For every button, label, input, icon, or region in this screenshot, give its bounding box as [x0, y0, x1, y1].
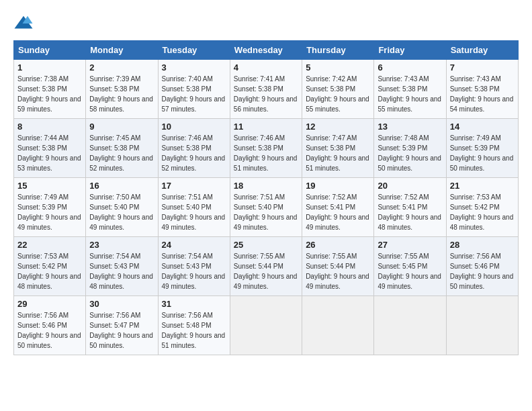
calendar-day-cell: 28 Sunrise: 7:56 AM Sunset: 5:46 PM Dayl… [446, 237, 518, 296]
day-number: 17 [162, 181, 226, 191]
day-number: 12 [306, 122, 370, 132]
calendar-week-row: 29 Sunrise: 7:56 AM Sunset: 5:46 PM Dayl… [14, 296, 519, 355]
calendar-day-cell: 16 Sunrise: 7:50 AM Sunset: 5:40 PM Dayl… [86, 178, 158, 237]
day-number: 5 [306, 62, 370, 73]
day-info: Sunrise: 7:55 AM Sunset: 5:45 PM Dayligh… [378, 251, 442, 291]
day-info: Sunrise: 7:55 AM Sunset: 5:44 PM Dayligh… [306, 251, 370, 291]
calendar-day-cell: 13 Sunrise: 7:48 AM Sunset: 5:39 PM Dayl… [374, 119, 446, 178]
day-number: 16 [89, 181, 154, 191]
day-info: Sunrise: 7:49 AM Sunset: 5:39 PM Dayligh… [450, 133, 515, 173]
day-info: Sunrise: 7:52 AM Sunset: 5:41 PM Dayligh… [378, 192, 442, 232]
calendar-day-cell: 29 Sunrise: 7:56 AM Sunset: 5:46 PM Dayl… [14, 296, 86, 355]
calendar-day-cell: 8 Sunrise: 7:44 AM Sunset: 5:38 PM Dayli… [14, 119, 86, 178]
day-number: 14 [450, 122, 515, 132]
weekday-header: Wednesday [230, 41, 302, 60]
day-number: 13 [378, 122, 442, 132]
logo [13, 13, 36, 34]
calendar-day-cell: 31 Sunrise: 7:56 AM Sunset: 5:48 PM Dayl… [158, 296, 230, 355]
calendar-day-cell: 24 Sunrise: 7:54 AM Sunset: 5:43 PM Dayl… [158, 237, 230, 296]
calendar-day-cell: 14 Sunrise: 7:49 AM Sunset: 5:39 PM Dayl… [446, 119, 518, 178]
calendar-week-row: 8 Sunrise: 7:44 AM Sunset: 5:38 PM Dayli… [14, 119, 519, 178]
logo-icon [13, 13, 34, 34]
day-number: 24 [162, 240, 226, 250]
day-info: Sunrise: 7:54 AM Sunset: 5:43 PM Dayligh… [89, 251, 154, 291]
day-number: 28 [450, 240, 515, 250]
day-number: 27 [378, 240, 442, 250]
weekday-header: Thursday [302, 41, 374, 60]
calendar-day-cell: 12 Sunrise: 7:47 AM Sunset: 5:38 PM Dayl… [302, 119, 374, 178]
weekday-header: Saturday [446, 41, 518, 60]
day-info: Sunrise: 7:52 AM Sunset: 5:41 PM Dayligh… [306, 192, 370, 232]
day-number: 6 [378, 62, 442, 73]
calendar-day-cell [302, 296, 374, 355]
day-number: 18 [234, 181, 298, 191]
day-info: Sunrise: 7:46 AM Sunset: 5:38 PM Dayligh… [234, 133, 298, 173]
calendar-day-cell: 11 Sunrise: 7:46 AM Sunset: 5:38 PM Dayl… [230, 119, 302, 178]
header [13, 13, 519, 34]
calendar-day-cell: 26 Sunrise: 7:55 AM Sunset: 5:44 PM Dayl… [302, 237, 374, 296]
calendar-day-cell: 4 Sunrise: 7:41 AM Sunset: 5:38 PM Dayli… [230, 60, 302, 119]
day-number: 21 [450, 181, 515, 191]
day-number: 23 [89, 240, 154, 250]
day-info: Sunrise: 7:41 AM Sunset: 5:38 PM Dayligh… [234, 74, 298, 114]
calendar-day-cell: 22 Sunrise: 7:53 AM Sunset: 5:42 PM Dayl… [14, 237, 86, 296]
weekday-header: Friday [374, 41, 446, 60]
day-number: 20 [378, 181, 442, 191]
calendar-day-cell: 5 Sunrise: 7:42 AM Sunset: 5:38 PM Dayli… [302, 60, 374, 119]
day-number: 3 [162, 62, 226, 73]
calendar-day-cell: 20 Sunrise: 7:52 AM Sunset: 5:41 PM Dayl… [374, 178, 446, 237]
day-number: 15 [17, 181, 82, 191]
weekday-header: Tuesday [158, 41, 230, 60]
calendar-day-cell: 7 Sunrise: 7:43 AM Sunset: 5:38 PM Dayli… [446, 60, 518, 119]
calendar-week-row: 22 Sunrise: 7:53 AM Sunset: 5:42 PM Dayl… [14, 237, 519, 296]
calendar-day-cell: 17 Sunrise: 7:51 AM Sunset: 5:40 PM Dayl… [158, 178, 230, 237]
calendar-day-cell: 21 Sunrise: 7:53 AM Sunset: 5:42 PM Dayl… [446, 178, 518, 237]
calendar-day-cell: 9 Sunrise: 7:45 AM Sunset: 5:38 PM Dayli… [86, 119, 158, 178]
day-info: Sunrise: 7:42 AM Sunset: 5:38 PM Dayligh… [306, 74, 370, 114]
day-number: 19 [306, 181, 370, 191]
day-info: Sunrise: 7:56 AM Sunset: 5:46 PM Dayligh… [450, 251, 515, 291]
day-info: Sunrise: 7:56 AM Sunset: 5:47 PM Dayligh… [89, 310, 154, 351]
day-info: Sunrise: 7:39 AM Sunset: 5:38 PM Dayligh… [89, 74, 154, 114]
calendar-day-cell: 10 Sunrise: 7:46 AM Sunset: 5:38 PM Dayl… [158, 119, 230, 178]
calendar: SundayMondayTuesdayWednesdayThursdayFrid… [13, 40, 519, 355]
calendar-day-cell: 15 Sunrise: 7:49 AM Sunset: 5:39 PM Dayl… [14, 178, 86, 237]
day-info: Sunrise: 7:48 AM Sunset: 5:39 PM Dayligh… [378, 133, 442, 173]
day-number: 4 [234, 62, 298, 73]
calendar-day-cell: 3 Sunrise: 7:40 AM Sunset: 5:38 PM Dayli… [158, 60, 230, 119]
day-number: 11 [234, 122, 298, 132]
day-info: Sunrise: 7:51 AM Sunset: 5:40 PM Dayligh… [162, 192, 226, 232]
day-info: Sunrise: 7:38 AM Sunset: 5:38 PM Dayligh… [17, 74, 82, 114]
day-info: Sunrise: 7:44 AM Sunset: 5:38 PM Dayligh… [17, 133, 82, 173]
calendar-day-cell: 23 Sunrise: 7:54 AM Sunset: 5:43 PM Dayl… [86, 237, 158, 296]
day-info: Sunrise: 7:47 AM Sunset: 5:38 PM Dayligh… [306, 133, 370, 173]
day-number: 1 [17, 62, 82, 73]
calendar-day-cell [374, 296, 446, 355]
calendar-day-cell: 2 Sunrise: 7:39 AM Sunset: 5:38 PM Dayli… [86, 60, 158, 119]
weekday-header: Monday [86, 41, 158, 60]
day-info: Sunrise: 7:43 AM Sunset: 5:38 PM Dayligh… [450, 74, 515, 114]
calendar-day-cell: 19 Sunrise: 7:52 AM Sunset: 5:41 PM Dayl… [302, 178, 374, 237]
day-info: Sunrise: 7:51 AM Sunset: 5:40 PM Dayligh… [234, 192, 298, 232]
day-info: Sunrise: 7:53 AM Sunset: 5:42 PM Dayligh… [17, 251, 82, 291]
day-number: 22 [17, 240, 82, 250]
calendar-day-cell [230, 296, 302, 355]
day-info: Sunrise: 7:49 AM Sunset: 5:39 PM Dayligh… [17, 192, 82, 232]
day-info: Sunrise: 7:56 AM Sunset: 5:46 PM Dayligh… [17, 310, 82, 351]
day-number: 9 [89, 122, 154, 132]
day-info: Sunrise: 7:54 AM Sunset: 5:43 PM Dayligh… [162, 251, 226, 291]
calendar-day-cell: 1 Sunrise: 7:38 AM Sunset: 5:38 PM Dayli… [14, 60, 86, 119]
day-info: Sunrise: 7:40 AM Sunset: 5:38 PM Dayligh… [162, 74, 226, 114]
day-number: 29 [17, 299, 82, 309]
day-number: 2 [89, 62, 154, 73]
day-info: Sunrise: 7:55 AM Sunset: 5:44 PM Dayligh… [234, 251, 298, 291]
calendar-day-cell: 27 Sunrise: 7:55 AM Sunset: 5:45 PM Dayl… [374, 237, 446, 296]
day-number: 26 [306, 240, 370, 250]
day-info: Sunrise: 7:56 AM Sunset: 5:48 PM Dayligh… [162, 310, 226, 351]
calendar-day-cell [446, 296, 518, 355]
day-number: 31 [162, 299, 226, 309]
calendar-week-row: 1 Sunrise: 7:38 AM Sunset: 5:38 PM Dayli… [14, 60, 519, 119]
day-info: Sunrise: 7:46 AM Sunset: 5:38 PM Dayligh… [162, 133, 226, 173]
day-number: 25 [234, 240, 298, 250]
day-number: 30 [89, 299, 154, 309]
